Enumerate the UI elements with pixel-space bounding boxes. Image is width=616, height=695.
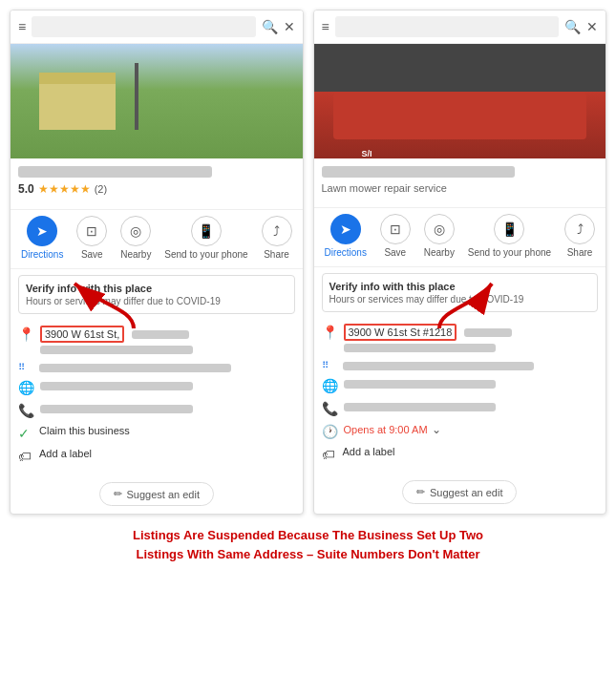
left-directions-action[interactable]: ➤ Directions — [21, 216, 63, 261]
left-search-icon[interactable]: 🔍 — [262, 19, 278, 34]
left-rating-row: 5.0 ★★★★★ (2) — [18, 182, 295, 196]
left-hamburger-icon[interactable]: ≡ — [18, 19, 26, 34]
right-suggest-btn[interactable]: ✏ Suggest an edit — [402, 480, 517, 504]
left-search-bar: ≡ 🔍 ✕ — [11, 11, 303, 44]
left-panel: ≡ 🔍 ✕ 5.0 ★★★★★ (2) — [10, 10, 304, 515]
right-dots-content — [343, 359, 599, 370]
left-send-circle: 📱 — [191, 216, 222, 246]
right-address-highlight: 3900 W 61st St #1218 — [344, 324, 457, 341]
left-globe-content — [40, 379, 295, 390]
right-send-action[interactable]: 📱 Send to your phone — [468, 214, 551, 259]
left-directions-circle: ➤ — [27, 216, 57, 246]
right-label-icon: 🏷 — [322, 447, 337, 462]
right-business-info: Lawn mower repair service — [314, 158, 606, 207]
right-directions-label: Directions — [324, 247, 366, 259]
left-rating-text: 5.0 — [18, 182, 34, 196]
left-address-row: 📍 3900 W 61st St, — [18, 326, 295, 354]
left-reviews: (2) — [95, 183, 107, 195]
left-search-input[interactable] — [32, 16, 255, 37]
left-directions-label: Directions — [21, 249, 63, 261]
right-chevron-icon[interactable]: ⌄ — [432, 423, 441, 436]
right-save-action[interactable]: ⊡ Save — [380, 214, 411, 259]
right-phone-row: 📞 — [322, 400, 599, 416]
right-search-icon[interactable]: 🔍 — [564, 19, 581, 34]
right-panel: ≡ 🔍 ✕ S/I @TROY-BILT Lawn mower repair s… — [313, 10, 607, 515]
right-address-row: 📍 3900 W 61st St #1218 — [322, 324, 599, 352]
right-biz-name — [322, 166, 516, 178]
left-close-icon[interactable]: ✕ — [284, 19, 295, 34]
bottom-caption: Listings Are Suspended Because The Busin… — [123, 526, 493, 563]
left-verify-sub: Hours or services may differ due to COVI… — [26, 296, 287, 306]
left-dots-content — [39, 361, 295, 372]
left-globe-icon: 🌐 — [18, 380, 34, 395]
left-address-text: 3900 W 61st St, — [40, 326, 295, 343]
right-directions-action[interactable]: ➤ Directions — [324, 214, 366, 259]
right-verify-box: Verify info with this place Hours or ser… — [322, 273, 599, 312]
left-send-action[interactable]: 📱 Send to your phone — [164, 216, 247, 261]
left-save-action[interactable]: ⊡ Save — [76, 216, 107, 261]
right-close-icon[interactable]: ✕ — [586, 19, 598, 34]
left-address-bar2 — [40, 346, 193, 354]
panels-row: ≡ 🔍 ✕ 5.0 ★★★★★ (2) — [10, 10, 606, 515]
right-search-bar: ≡ 🔍 ✕ — [314, 11, 606, 44]
right-pin-icon: 📍 — [322, 325, 338, 340]
right-dots-row: ⠿ — [322, 359, 599, 370]
left-address-highlight: 3900 W 61st St, — [40, 326, 124, 343]
left-verify-title: Verify info with this place — [26, 283, 287, 294]
right-nearby-circle: ◎ — [424, 214, 455, 244]
left-pin-icon: 📍 — [18, 326, 34, 342]
right-share-label: Share — [567, 247, 593, 259]
left-save-label: Save — [81, 249, 103, 261]
left-nearby-action[interactable]: ◎ Nearby — [120, 216, 151, 261]
left-nearby-label: Nearby — [120, 249, 151, 261]
right-send-label: Send to your phone — [468, 247, 551, 259]
left-claim-text: Claim this business — [39, 425, 130, 436]
right-actions-row: ➤ Directions ⊡ Save ◎ Nearby 📱 Send to y… — [314, 207, 606, 267]
right-globe-bar — [344, 380, 497, 389]
right-opens-text: Opens at 9:00 AM — [344, 424, 428, 435]
right-pencil-icon: ✏ — [416, 486, 425, 498]
left-suggest-btn[interactable]: ✏ Suggest an edit — [99, 482, 214, 506]
left-share-label: Share — [264, 249, 289, 261]
right-verify-title: Verify info with this place — [329, 281, 591, 292]
left-share-action[interactable]: ⤴ Share — [262, 216, 292, 261]
right-address-text: 3900 W 61st St #1218 — [344, 324, 599, 341]
left-phone-row: 📞 — [18, 402, 295, 418]
left-biz-name — [18, 166, 212, 178]
left-business-info: 5.0 ★★★★★ (2) — [11, 158, 303, 209]
left-phone-bar — [40, 405, 193, 413]
left-suggest-row: ✏ Suggest an edit — [11, 476, 303, 514]
left-actions-row: ➤ Directions ⊡ Save ◎ Nearby 📱 Send to y… — [11, 209, 303, 269]
left-claim-row[interactable]: ✓ Claim this business — [18, 425, 295, 441]
left-label-icon: 🏷 — [18, 449, 33, 464]
right-hamburger-icon[interactable]: ≡ — [322, 19, 329, 34]
right-save-circle: ⊡ — [380, 214, 411, 244]
mower-label-text: S/I — [362, 149, 372, 158]
left-suggest-label: Suggest an edit — [127, 489, 200, 500]
left-claim-icon: ✓ — [18, 426, 33, 441]
right-globe-icon: 🌐 — [322, 378, 338, 393]
right-address-content: 3900 W 61st St #1218 — [344, 324, 599, 352]
mower-top — [314, 44, 606, 92]
right-phone-content — [344, 400, 599, 411]
right-send-circle: 📱 — [494, 214, 524, 244]
right-dots-icon: ⠿ — [322, 360, 337, 370]
right-search-input[interactable] — [335, 16, 559, 37]
right-share-circle: ⤴ — [564, 214, 595, 244]
right-nearby-label: Nearby — [424, 247, 455, 259]
right-address-bar2 — [344, 344, 497, 352]
left-address-content: 3900 W 61st St, — [40, 326, 295, 354]
left-details: 📍 3900 W 61st St, ⠿ — [11, 322, 303, 476]
left-send-label: Send to your phone — [164, 249, 247, 261]
right-globe-row: 🌐 — [322, 377, 599, 393]
right-share-action[interactable]: ⤴ Share — [564, 214, 595, 259]
right-nearby-action[interactable]: ◎ Nearby — [424, 214, 455, 259]
right-label-row[interactable]: 🏷 Add a label — [322, 446, 599, 462]
right-suggest-label: Suggest an edit — [430, 487, 502, 498]
left-label-row[interactable]: 🏷 Add a label — [18, 448, 295, 464]
right-save-label: Save — [384, 247, 406, 259]
right-globe-content — [344, 377, 599, 389]
right-phone-icon: 📞 — [322, 401, 338, 416]
right-verify-sub: Hours or services may differ due to COVI… — [329, 294, 591, 305]
left-dots-row: ⠿ — [18, 361, 295, 372]
